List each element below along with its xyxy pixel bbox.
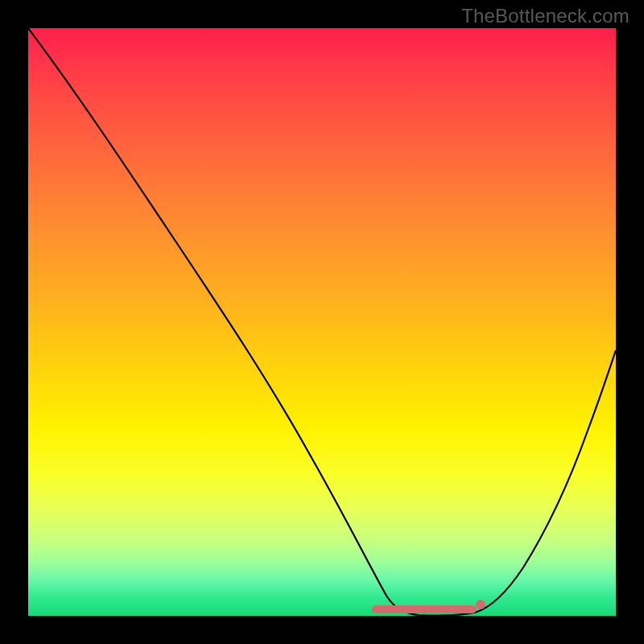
bottleneck-curve bbox=[28, 28, 616, 616]
watermark-text: TheBottleneck.com bbox=[461, 5, 630, 27]
chart-area bbox=[28, 28, 616, 616]
trough-end-dot bbox=[476, 600, 485, 609]
chart-svg bbox=[28, 28, 616, 616]
